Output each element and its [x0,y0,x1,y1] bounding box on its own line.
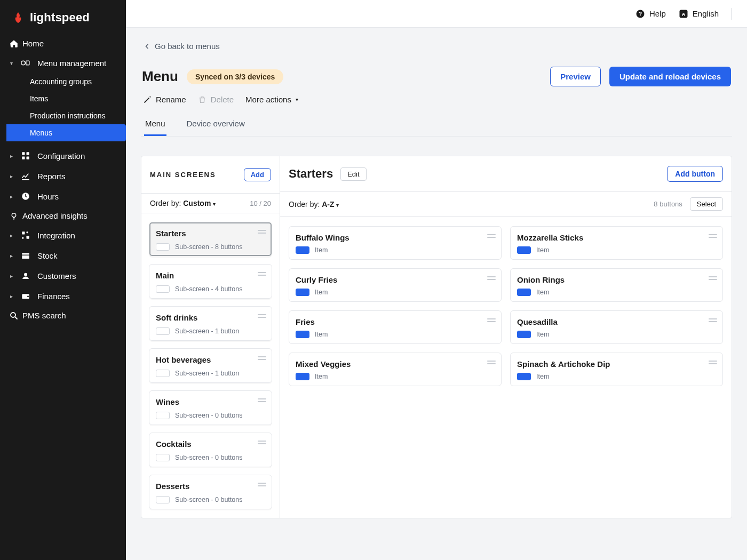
tab-menu[interactable]: Menu [144,119,166,136]
screen-card[interactable]: Hot beveragesSub-screen - 1 button [149,348,272,383]
item-title: Onion Rings [517,275,716,284]
sidebar-item-home[interactable]: Home [0,34,126,53]
screen-subtitle: Sub-screen - 1 button [175,370,239,377]
sidebar-item-integration[interactable]: ▸ Integration [0,225,126,245]
tab-device-overview[interactable]: Device overview [186,119,246,136]
integration-icon [20,230,31,241]
orderby-label: Order by: [150,199,181,207]
screen-title: Cocktails [156,439,265,449]
sidebar-item-hours[interactable]: ▸ Hours [0,186,126,206]
add-item-button[interactable]: Add button [667,166,723,182]
edit-screen-button[interactable]: Edit [340,167,366,181]
item-card[interactable]: Onion RingsItem [510,268,723,302]
sidebar-item-customers[interactable]: ▸ Customers [0,266,126,286]
help-label: Help [649,9,666,18]
item-type: Item [315,373,328,380]
item-card[interactable]: QuesadillaItem [510,310,723,344]
item-card[interactable]: Mixed VeggiesItem [289,353,502,386]
screen-subtitle: Sub-screen - 0 buttons [175,412,242,419]
sidebar-submenu-menu-management: Accounting groups Items Production instr… [0,73,126,141]
drag-handle-icon[interactable] [258,398,266,402]
svg-text:?: ? [639,10,642,17]
more-actions-label: More actions [245,95,291,104]
sidebar-item-stock[interactable]: ▸ Stock [0,245,126,266]
sidebar-item-advanced-insights[interactable]: Advanced insights [0,206,126,225]
color-swatch [517,331,531,338]
sidebar-item-configuration[interactable]: ▸ Configuration [0,146,126,166]
help-link[interactable]: ? Help [635,9,666,19]
language-icon: A [679,9,688,19]
sidebar-item-pms-search[interactable]: PMS search [0,306,126,325]
screen-card[interactable]: CocktailsSub-screen - 0 buttons [149,433,272,467]
sidebar-item-accounting-groups[interactable]: Accounting groups [0,73,126,90]
sidebar-item-label: Hours [37,192,59,201]
reports-icon [20,171,31,181]
item-title: Mixed Veggies [296,359,495,369]
svg-rect-5 [27,157,29,159]
drag-handle-icon[interactable] [709,234,717,238]
screen-subtitle: Sub-screen - 8 buttons [175,243,242,251]
more-actions-dropdown[interactable]: More actions ▾ [245,95,298,104]
svg-point-16 [27,295,29,297]
breadcrumb-back[interactable]: Go back to menus [141,28,732,62]
item-card[interactable]: Curly FriesItem [289,268,502,302]
screen-card[interactable]: DessertsSub-screen - 0 buttons [149,475,272,509]
svg-rect-3 [27,152,29,155]
brand-logo[interactable]: lightspeed [0,5,126,32]
chevron-right-icon: ▸ [9,253,14,259]
preview-button[interactable]: Preview [550,67,601,86]
main-screens-head: MAIN SCREENS Add [141,156,280,194]
drag-handle-icon[interactable] [487,276,496,280]
drag-handle-icon[interactable] [709,276,717,280]
svg-text:A: A [681,11,685,17]
divider [732,8,732,20]
screen-card[interactable]: WinesSub-screen - 0 buttons [149,390,272,425]
drag-handle-icon[interactable] [709,318,717,322]
screen-card[interactable]: Soft drinksSub-screen - 1 button [149,306,272,341]
sidebar-item-production-instructions[interactable]: Production instructions [0,107,126,124]
orderby-value: A-Z [322,200,334,209]
item-card[interactable]: Buffalo WingsItem [289,226,502,260]
select-items-button[interactable]: Select [690,197,723,211]
drag-handle-icon[interactable] [258,356,266,360]
sync-status-badge: Synced on 3/3 devices [187,69,283,84]
svg-rect-4 [22,157,25,159]
sidebar-item-menus[interactable]: Menus [6,124,126,141]
item-card[interactable]: Mozzarella SticksItem [510,226,723,260]
chevron-right-icon: ▸ [9,194,14,199]
color-swatch [517,246,531,254]
sidebar: lightspeed Home ▾ Menu management Accoun… [0,0,126,560]
grid-icon [20,150,31,161]
item-title: Fries [296,317,495,326]
drag-handle-icon[interactable] [258,441,266,444]
chevron-right-icon: ▸ [9,233,14,238]
sidebar-item-items[interactable]: Items [0,90,126,107]
drag-handle-icon[interactable] [487,361,496,364]
screen-card[interactable]: StartersSub-screen - 8 buttons [149,222,272,257]
svg-point-14 [24,273,27,276]
rename-action[interactable]: Rename [143,95,186,104]
sidebar-item-reports[interactable]: ▸ Reports [0,166,126,186]
language-selector[interactable]: A English [679,9,719,19]
sidebar-item-menu-management[interactable]: ▾ Menu management [0,53,126,73]
screens-orderby-dropdown[interactable]: Order by: Custom ▾ [150,199,216,207]
drag-handle-icon[interactable] [258,483,266,486]
item-type: Item [315,246,328,254]
item-card[interactable]: FriesItem [289,310,502,344]
drag-handle-icon[interactable] [487,318,496,322]
drag-handle-icon[interactable] [258,230,266,234]
color-swatch [517,373,531,380]
tabs: Menu Device overview [141,104,732,137]
add-screen-button[interactable]: Add [244,168,271,181]
color-swatch [296,373,309,380]
items-orderby-dropdown[interactable]: Order by: A-Z ▾ [289,200,339,209]
update-reload-button[interactable]: Update and reload devices [609,67,731,86]
drag-handle-icon[interactable] [258,272,266,276]
drag-handle-icon[interactable] [258,314,266,318]
screen-card[interactable]: MainSub-screen - 4 buttons [149,264,272,299]
drag-handle-icon[interactable] [487,234,496,238]
drag-handle-icon[interactable] [709,361,717,364]
delete-label: Delete [211,95,234,104]
sidebar-item-finances[interactable]: ▸ Finances [0,286,126,306]
item-card[interactable]: Spinach & Artichoke DipItem [510,353,723,386]
